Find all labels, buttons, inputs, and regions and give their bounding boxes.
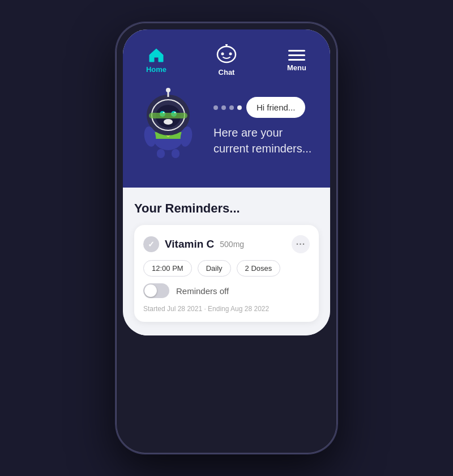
dot-3 [229, 105, 234, 110]
svg-rect-23 [172, 149, 180, 158]
svg-point-4 [225, 44, 228, 46]
nav-bar: Home Chat [123, 40, 330, 86]
reminder-toggle-row: Reminders off [143, 283, 310, 298]
check-mark: ✓ [148, 240, 155, 249]
status-bar [123, 29, 330, 40]
reminder-dose: 500mg [220, 240, 244, 249]
reminder-pills: 12:00 PM Daily 2 Doses [143, 260, 310, 277]
menu-icon [288, 49, 305, 61]
more-options-button[interactable]: ··· [292, 235, 310, 253]
svg-point-1 [221, 53, 224, 56]
nav-menu[interactable]: Menu [277, 49, 317, 72]
reminder-dates: Started Jul 28 2021 · Ending Aug 28 2022 [143, 305, 310, 313]
check-circle: ✓ [143, 236, 159, 252]
home-icon [147, 47, 165, 63]
svg-rect-17 [149, 113, 187, 118]
dot-1 [213, 105, 218, 110]
menu-label: Menu [287, 63, 306, 72]
section-title: Your Reminders... [134, 201, 319, 216]
toggle-label: Reminders off [176, 286, 229, 296]
pill-frequency: Daily [198, 260, 231, 277]
robot-illustration [134, 86, 208, 162]
pill-time: 12:00 PM [143, 260, 192, 277]
speech-row: Hi friend... [213, 97, 319, 118]
hero-right-content: Hi friend... Here are your current remin… [213, 91, 319, 156]
reminder-card: ✓ Vitamin C 500mg ··· 12:00 PM Daily 2 D… [134, 225, 319, 322]
nav-home[interactable]: Home [136, 47, 176, 74]
chat-icon [214, 44, 239, 66]
pill-doses: 2 Doses [237, 260, 281, 277]
phone-device: Home Chat [116, 23, 337, 453]
chat-label: Chat [219, 68, 235, 76]
svg-point-0 [217, 46, 236, 62]
svg-point-16 [164, 119, 173, 125]
hero-subtitle: Here are your current reminders... [213, 125, 319, 156]
reminder-name: Vitamin C [165, 238, 214, 250]
svg-point-19 [166, 88, 170, 92]
dot-2 [221, 105, 226, 110]
reminders-toggle[interactable] [143, 283, 169, 298]
home-label: Home [146, 65, 166, 74]
hero-section: Hi friend... Here are your current remin… [123, 86, 330, 188]
nav-chat[interactable]: Chat [207, 44, 246, 76]
reminder-title-row: ✓ Vitamin C 500mg [143, 236, 244, 252]
reminder-header: ✓ Vitamin C 500mg ··· [143, 235, 310, 253]
speech-bubble: Hi friend... [246, 97, 305, 118]
dot-4 [237, 105, 242, 110]
svg-rect-22 [157, 149, 165, 158]
dots-row [213, 105, 242, 110]
toggle-thumb [144, 284, 157, 297]
content-area: Your Reminders... ✓ Vitamin C 500mg ··· [123, 188, 330, 335]
svg-point-2 [229, 53, 232, 56]
phone-screen: Home Chat [123, 29, 330, 335]
